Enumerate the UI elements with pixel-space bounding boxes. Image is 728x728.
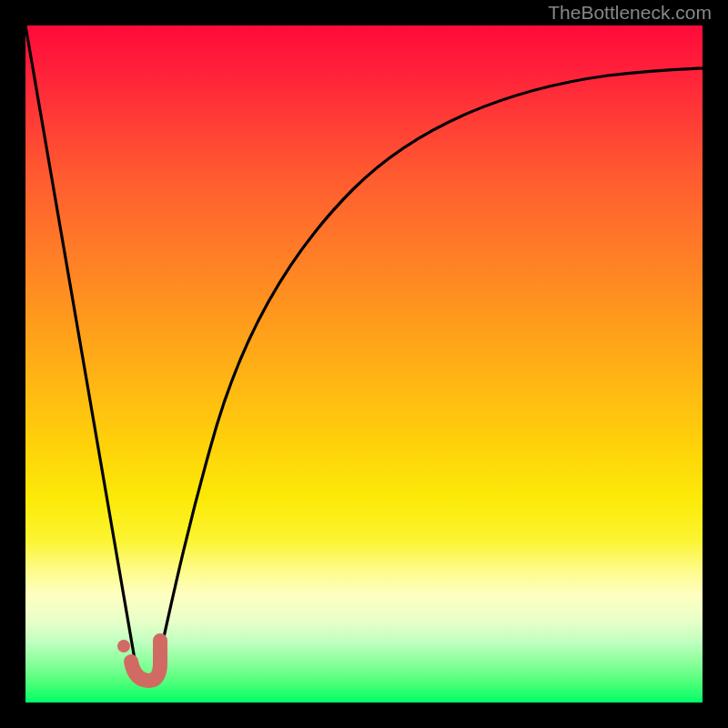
marker-hook-layer (25, 25, 703, 703)
plot-area (25, 25, 703, 703)
attribution-text: TheBottleneck.com (548, 2, 712, 24)
marker-hook (131, 641, 160, 681)
